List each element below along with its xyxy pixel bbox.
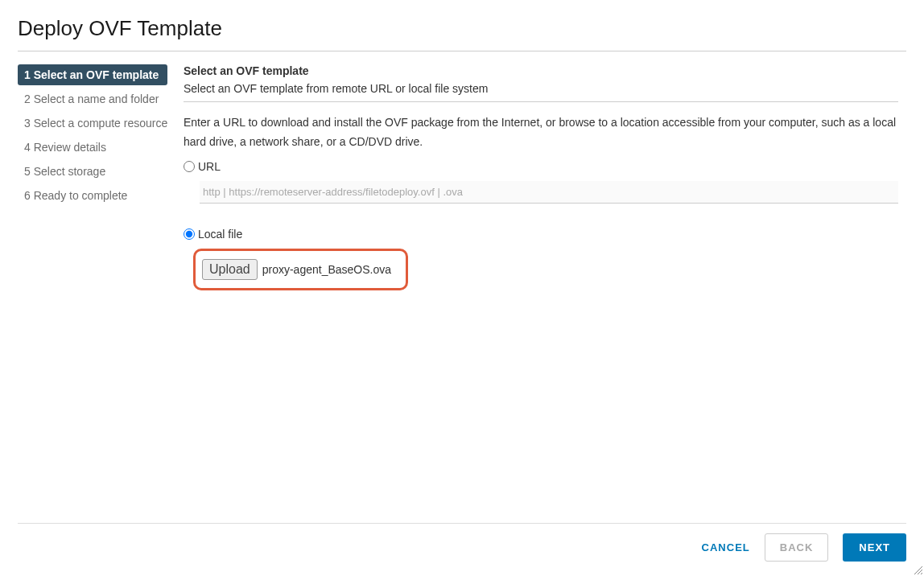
page-title: Deploy OVF Template	[18, 16, 906, 51]
footer-bar: CANCEL BACK NEXT	[18, 523, 906, 562]
wizard-sidebar: 1 Select an OVF template 2 Select a name…	[18, 64, 167, 290]
wizard-step-6[interactable]: 6 Ready to complete	[18, 185, 167, 206]
url-label[interactable]: URL	[198, 160, 221, 173]
uploaded-filename: proxy-agent_BaseOS.ova	[262, 263, 391, 276]
content-divider	[184, 101, 898, 102]
wizard-step-3[interactable]: 3 Select a compute resource	[18, 113, 167, 134]
upload-button[interactable]: Upload	[202, 259, 258, 280]
svg-line-2	[921, 573, 922, 574]
content-area: Select an OVF template Select an OVF tem…	[184, 64, 906, 290]
back-button: BACK	[765, 533, 829, 562]
local-file-radio[interactable]	[184, 228, 195, 240]
instruction-text: Enter a URL to download and install the …	[184, 113, 898, 152]
wizard-step-5[interactable]: 5 Select storage	[18, 161, 167, 182]
url-input[interactable]	[200, 181, 898, 204]
url-radio[interactable]	[184, 161, 195, 172]
upload-highlight-box: Upload proxy-agent_BaseOS.ova	[193, 249, 408, 290]
cancel-button[interactable]: CANCEL	[702, 541, 750, 553]
header-divider	[18, 51, 906, 51]
wizard-step-1[interactable]: 1 Select an OVF template	[18, 64, 167, 85]
local-file-label[interactable]: Local file	[198, 228, 242, 241]
next-button[interactable]: NEXT	[843, 533, 906, 562]
content-title: Select an OVF template	[184, 64, 898, 77]
wizard-step-4[interactable]: 4 Review details	[18, 137, 167, 158]
content-subtitle: Select an OVF template from remote URL o…	[184, 82, 898, 95]
wizard-step-2[interactable]: 2 Select a name and folder	[18, 88, 167, 109]
